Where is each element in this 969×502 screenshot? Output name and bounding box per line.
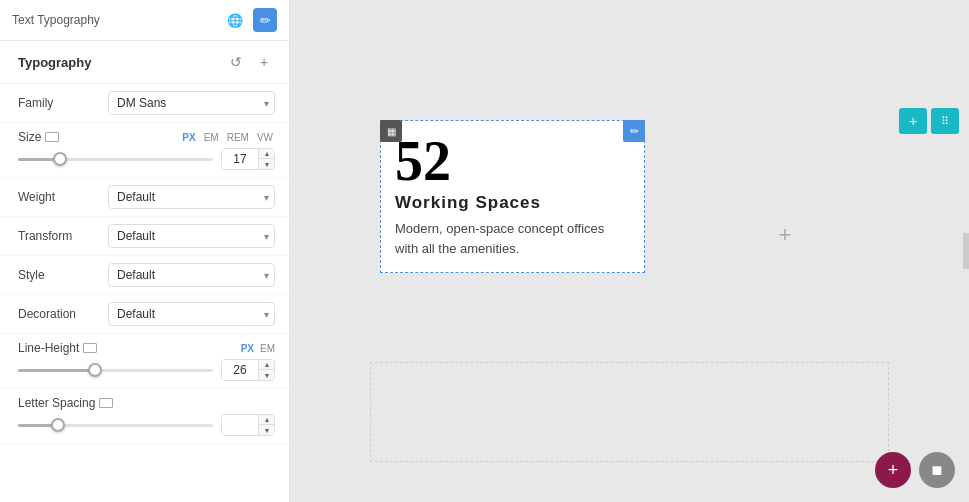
line-height-number-input[interactable] — [222, 360, 258, 380]
letter-spacing-top: Letter Spacing — [18, 396, 275, 410]
line-height-slider-thumb[interactable] — [88, 363, 102, 377]
style-select-wrapper: Default Normal Italic Oblique ▾ — [108, 263, 275, 287]
canvas-center-plus[interactable]: + — [770, 220, 800, 250]
family-label: Family — [18, 96, 108, 110]
size-row: Size PX EM REM VW — [0, 123, 289, 178]
unit-vw[interactable]: VW — [255, 132, 275, 143]
letter-spacing-slider-thumb[interactable] — [51, 418, 65, 432]
canvas-bottom-area — [370, 362, 889, 462]
style-row: Style Default Normal Italic Oblique ▾ — [0, 256, 289, 295]
size-monitor-icon — [45, 132, 59, 142]
weight-row: Weight Default 400 700 900 ▾ — [0, 178, 289, 217]
card-edit-btn[interactable]: ✏ — [623, 120, 645, 142]
line-height-row: Line-Height PX EM ▲ — [0, 334, 289, 389]
add-btn[interactable]: + — [253, 51, 275, 73]
left-panel: Text Typography 🌐 ✏ Typography ↺ + Famil… — [0, 0, 290, 502]
size-slider-thumb[interactable] — [53, 152, 67, 166]
line-height-number-input-wrapper: ▲ ▼ — [221, 359, 275, 381]
fab-secondary-btn[interactable]: ■ — [919, 452, 955, 488]
size-slider-fill — [18, 158, 57, 161]
family-select-wrapper: DM Sans Arial Helvetica Georgia ▾ — [108, 91, 275, 115]
line-height-label: Line-Height — [18, 341, 79, 355]
fab-container: + ■ — [875, 452, 955, 488]
transform-label: Transform — [18, 229, 108, 243]
size-number-input[interactable] — [222, 149, 258, 169]
weight-label: Weight — [18, 190, 108, 204]
letter-spacing-slider-fill — [18, 424, 53, 427]
line-height-top: Line-Height PX EM — [18, 341, 275, 355]
family-row: Family DM Sans Arial Helvetica Georgia ▾ — [0, 84, 289, 123]
content-card: ▦ ✏ 52 Working Spaces Modern, open-space… — [380, 120, 645, 273]
transform-select[interactable]: Default Uppercase Lowercase Capitalize — [108, 224, 275, 248]
typography-section: Typography ↺ + Family DM Sans Arial Helv… — [0, 41, 289, 502]
globe-icon-btn[interactable]: 🌐 — [223, 8, 247, 32]
line-height-label-group: Line-Height — [18, 341, 97, 355]
letter-spacing-slider-track — [18, 424, 213, 427]
weight-select-wrapper: Default 400 700 900 ▾ — [108, 185, 275, 209]
letter-spacing-label: Letter Spacing — [18, 396, 95, 410]
weight-select[interactable]: Default 400 700 900 — [108, 185, 275, 209]
line-height-slider-container[interactable] — [18, 362, 213, 378]
letter-spacing-monitor-icon — [99, 398, 113, 408]
size-spinner-up[interactable]: ▲ — [259, 149, 275, 159]
header-icons: 🌐 ✏ — [223, 8, 277, 32]
letter-spacing-row: Letter Spacing ▲ ▼ — [0, 389, 289, 444]
line-height-unit-px[interactable]: PX — [241, 343, 254, 354]
decoration-select-wrapper: Default None Underline Overline Line-thr… — [108, 302, 275, 326]
unit-em[interactable]: EM — [202, 132, 221, 143]
style-select[interactable]: Default Normal Italic Oblique — [108, 263, 275, 287]
size-slider-container[interactable] — [18, 151, 213, 167]
family-select[interactable]: DM Sans Arial Helvetica Georgia — [108, 91, 275, 115]
collapse-arrow[interactable]: ‹ — [963, 233, 969, 269]
card-number: 52 — [395, 133, 630, 189]
line-height-slider-track — [18, 369, 213, 372]
decoration-label: Decoration — [18, 307, 108, 321]
card-text: Modern, open-space concept offices with … — [395, 219, 630, 258]
section-header-icons: ↺ + — [225, 51, 275, 73]
line-height-spinner-up[interactable]: ▲ — [259, 360, 275, 370]
line-height-unit-em[interactable]: EM — [260, 343, 275, 354]
canvas-toolbar: + ⠿ — [899, 108, 959, 134]
section-header: Typography ↺ + — [0, 41, 289, 84]
card-block-icon[interactable]: ▦ — [380, 120, 402, 142]
reset-btn[interactable]: ↺ — [225, 51, 247, 73]
size-row-top: Size PX EM REM VW — [18, 130, 275, 144]
card-heading: Working Spaces — [395, 193, 630, 213]
section-title: Typography — [18, 55, 91, 70]
size-label: Size — [18, 130, 108, 144]
transform-row: Transform Default Uppercase Lowercase Ca… — [0, 217, 289, 256]
letter-spacing-spinner-down[interactable]: ▼ — [259, 425, 275, 435]
decoration-row: Decoration Default None Underline Overli… — [0, 295, 289, 334]
unit-rem[interactable]: REM — [225, 132, 251, 143]
letter-spacing-bottom: ▲ ▼ — [18, 414, 275, 436]
transform-select-wrapper: Default Uppercase Lowercase Capitalize ▾ — [108, 224, 275, 248]
line-height-monitor-icon — [83, 343, 97, 353]
letter-spacing-number-input[interactable] — [222, 415, 258, 435]
unit-px[interactable]: PX — [180, 132, 197, 143]
panel-top-title: Text Typography — [12, 13, 100, 27]
right-canvas: + ⠿ ▦ ✏ 52 Working Spaces Modern, open-s… — [290, 0, 969, 502]
toolbar-grid-btn[interactable]: ⠿ — [931, 108, 959, 134]
line-height-spinners: ▲ ▼ — [258, 360, 275, 380]
unit-tabs: PX EM REM VW — [180, 132, 275, 143]
line-height-units: PX EM — [241, 343, 275, 354]
size-row-bottom: ▲ ▼ — [18, 148, 275, 170]
edit-icon-btn[interactable]: ✏ — [253, 8, 277, 32]
fab-primary-btn[interactable]: + — [875, 452, 911, 488]
letter-spacing-slider-container[interactable] — [18, 417, 213, 433]
size-slider-track — [18, 158, 213, 161]
line-height-slider-fill — [18, 369, 92, 372]
size-spinner-down[interactable]: ▼ — [259, 159, 275, 169]
letter-spacing-spinners: ▲ ▼ — [258, 415, 275, 435]
letter-spacing-number-input-wrapper: ▲ ▼ — [221, 414, 275, 436]
panel-header-top: Text Typography 🌐 ✏ — [0, 0, 289, 41]
size-spinners: ▲ ▼ — [258, 149, 275, 169]
size-number-input-wrapper: ▲ ▼ — [221, 148, 275, 170]
line-height-spinner-down[interactable]: ▼ — [259, 370, 275, 380]
decoration-select[interactable]: Default None Underline Overline Line-thr… — [108, 302, 275, 326]
style-label: Style — [18, 268, 108, 282]
letter-spacing-spinner-up[interactable]: ▲ — [259, 415, 275, 425]
toolbar-plus-btn[interactable]: + — [899, 108, 927, 134]
line-height-bottom: ▲ ▼ — [18, 359, 275, 381]
